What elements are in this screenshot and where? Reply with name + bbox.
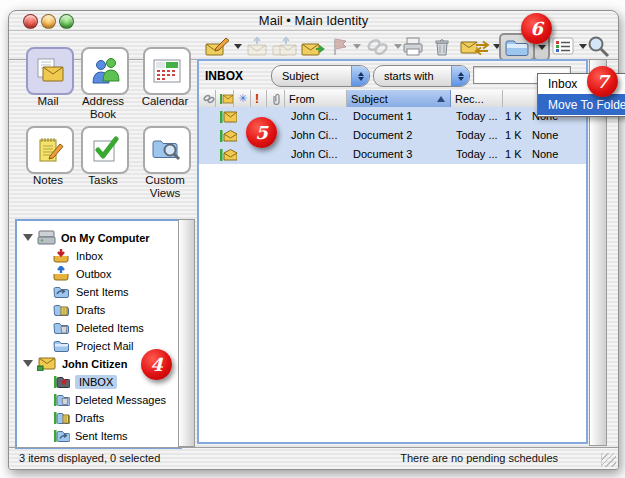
online-status-icon: ✳: [238, 92, 247, 105]
current-folder-label: INBOX: [205, 69, 243, 83]
cell-size: 1 K: [505, 129, 522, 141]
cell-size: 1 K: [505, 148, 522, 160]
tree-item-label: Inbox: [76, 250, 103, 262]
message-pane: INBOX Subject starts with ✳ !: [197, 59, 588, 444]
callout-badge-5: 5: [246, 117, 277, 148]
tree-item-label: Sent Items: [75, 430, 128, 442]
folder-tree-scrollbar[interactable]: [178, 219, 195, 447]
priority-column-header[interactable]: !: [251, 90, 267, 107]
tree-item-label: Project Mail: [76, 340, 133, 352]
outbox-tray-icon: [53, 266, 69, 281]
imap-sent-folder-icon: [53, 429, 70, 443]
send-receive-button[interactable]: [460, 34, 501, 58]
tree-item-label: Drafts: [75, 412, 104, 424]
search-button[interactable]: [587, 34, 611, 58]
disclosure-triangle-icon[interactable]: [23, 234, 33, 241]
nav-notes-button[interactable]: [26, 126, 74, 174]
nav-address-book-button[interactable]: [81, 47, 129, 95]
print-button[interactable]: [401, 34, 425, 58]
tree-item-deleted-messages[interactable]: Deleted Messages: [53, 391, 166, 408]
tree-section-on-my-computer[interactable]: On My Computer: [23, 229, 150, 246]
cell-size: 1 K: [505, 110, 522, 122]
tree-item-project-mail[interactable]: Project Mail: [53, 337, 133, 354]
sent-folder-icon: [53, 285, 69, 298]
cell-subject: Document 1: [353, 110, 412, 122]
lists-button[interactable]: [552, 34, 587, 58]
nav-notes-label: Notes: [26, 174, 70, 187]
desktop: Mail • Main Identity: [0, 0, 625, 478]
cell-subject: Document 3: [353, 148, 412, 160]
tree-section-label: John Citizen: [62, 358, 127, 370]
lists-icon: [552, 37, 574, 55]
delete-button[interactable]: [433, 34, 451, 58]
new-message-dropdown-arrow[interactable]: [234, 44, 242, 49]
cell-received: Today ...: [456, 148, 498, 160]
flag-button[interactable]: [331, 34, 361, 58]
lists-dropdown-arrow[interactable]: [579, 44, 587, 49]
cell-categories: None: [532, 129, 558, 141]
link-button[interactable]: [365, 34, 402, 58]
cell-received: Today ...: [456, 110, 498, 122]
reply-all-button[interactable]: [272, 34, 298, 58]
filter-field-select[interactable]: Subject: [271, 65, 370, 87]
status-column-header[interactable]: [216, 90, 234, 107]
message-list-scrollbar[interactable]: [589, 59, 607, 446]
trash-icon: [433, 36, 451, 57]
nav-tasks-button[interactable]: [81, 126, 129, 174]
tree-item-imap-drafts[interactable]: Drafts: [53, 409, 104, 426]
forward-button[interactable]: [301, 34, 327, 58]
inbox-tray-icon: [53, 248, 69, 263]
tree-section-john-citizen[interactable]: John Citizen: [23, 355, 127, 372]
read-message-icon: [220, 129, 237, 142]
flag-icon: [331, 36, 349, 57]
forward-icon: [301, 36, 327, 57]
cell-received: Today ...: [456, 129, 498, 141]
folder-icon: [505, 38, 529, 56]
attachment-icon: [271, 93, 282, 105]
subject-header-label: Subject: [351, 93, 388, 105]
tree-item-drafts[interactable]: Drafts: [53, 301, 105, 318]
resize-grip[interactable]: [601, 453, 616, 467]
filter-field-value: Subject: [272, 70, 351, 82]
unread-message-icon: [220, 110, 237, 123]
links-column-header[interactable]: [199, 90, 216, 107]
cell-categories: None: [532, 148, 558, 160]
tree-item-deleted-items[interactable]: Deleted Items: [53, 319, 144, 336]
read-message-icon: [220, 148, 237, 161]
imap-deleted-folder-icon: [53, 393, 70, 407]
message-status-icon: [220, 94, 233, 104]
tree-item-sent-items[interactable]: Sent Items: [53, 283, 129, 300]
flag-dropdown-arrow[interactable]: [353, 44, 361, 49]
tasks-icon: [91, 136, 119, 164]
tree-item-label: INBOX: [75, 375, 117, 389]
reply-button[interactable]: [246, 34, 269, 58]
received-column-header[interactable]: Rec...: [451, 90, 503, 107]
disclosure-triangle-icon[interactable]: [23, 360, 33, 367]
tree-item-inbox[interactable]: Inbox: [53, 247, 103, 264]
callout-badge-7: 7: [587, 66, 618, 97]
filter-bar: INBOX Subject starts with: [199, 61, 586, 90]
nav-custom-views-button[interactable]: [143, 126, 191, 174]
nav-mail-button[interactable]: [26, 47, 74, 95]
online-status-column-header[interactable]: ✳: [234, 90, 251, 107]
tree-section-label: On My Computer: [61, 232, 150, 244]
custom-views-icon: [152, 137, 182, 163]
popup-arrows-icon: [451, 66, 469, 86]
tree-item-outbox[interactable]: Outbox: [53, 265, 111, 282]
imap-drafts-folder-icon: [53, 411, 70, 425]
drafts-folder-icon: [53, 303, 69, 316]
new-message-button[interactable]: [205, 34, 242, 58]
filter-condition-select[interactable]: starts with: [373, 65, 470, 87]
attachments-column-header[interactable]: [267, 90, 285, 107]
from-column-header[interactable]: From: [285, 90, 347, 107]
tree-item-imap-sent-items[interactable]: Sent Items: [53, 427, 128, 444]
nav-calendar-button[interactable]: [143, 47, 191, 95]
menu-item-move-to-folder[interactable]: Move To Folder...: [538, 94, 625, 115]
subject-column-header[interactable]: Subject: [347, 90, 451, 107]
message-row[interactable]: John Ci... Document 3 Today ... 1 K None: [199, 145, 586, 165]
cell-from: John Ci...: [291, 148, 337, 160]
mail-window: Mail • Main Identity: [8, 10, 619, 470]
tree-item-imap-inbox[interactable]: INBOX: [53, 373, 117, 390]
folder-icon: [53, 339, 69, 352]
tree-item-label: Outbox: [76, 268, 111, 280]
